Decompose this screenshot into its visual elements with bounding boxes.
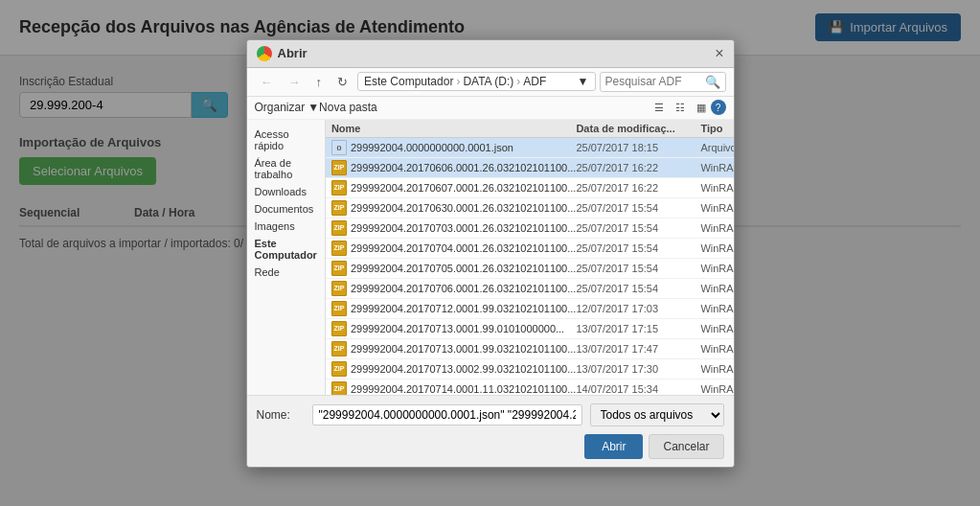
sidebar-quick-access[interactable]: Acesso rápido (251, 126, 321, 154)
file-name: ZIP299992004.20170607.0001.26.0321021011… (331, 180, 577, 196)
dialog-body: Acesso rápido Área de trabalho Downloads… (247, 120, 734, 270)
file-row[interactable]: ZIP299992004.20170705.0001.26.0321021011… (326, 259, 735, 270)
search-box: 🔍 (600, 72, 726, 92)
dialog-title-text: Abrir (278, 46, 308, 60)
forward-button[interactable]: → (283, 72, 307, 92)
organize-button[interactable]: Organizar ▼ (255, 101, 320, 114)
file-list-header: Nome Data de modificaç... Tipo Tamanho (326, 120, 735, 138)
file-type: WinRAR ZIP archive (700, 162, 734, 173)
file-date: 25/07/2017 15:54 (576, 242, 700, 254)
refresh-button[interactable]: ↻ (331, 72, 353, 92)
zip-file-icon: ZIP (331, 241, 347, 256)
breadcrumb-bar: Este Computador › DATA (D:) › ADF ▼ (357, 72, 596, 91)
new-folder-button[interactable]: Nova pasta (319, 101, 377, 114)
col-date: Data de modificaç... (576, 123, 700, 134)
help-button[interactable]: ? (711, 100, 726, 115)
file-list-body: {}299992004.0000000000.0001.json25/07/20… (326, 138, 735, 270)
file-name: ZIP299992004.20170606.0001.26.0321021011… (331, 160, 577, 175)
sidebar-images[interactable]: Imagens (251, 218, 321, 235)
file-type: Arquivo JSON (700, 142, 734, 153)
file-type: WinRAR ZIP archive (700, 242, 734, 254)
breadcrumb-computer: Este Computador (364, 75, 453, 88)
zip-file-icon: ZIP (331, 261, 347, 270)
zip-file-icon: ZIP (331, 160, 347, 175)
up-button[interactable]: ↑ (310, 72, 329, 92)
file-name: {}299992004.0000000000.0001.json (331, 140, 577, 155)
col-nome: Nome (331, 123, 577, 134)
view-details-button[interactable]: ☷ (671, 100, 690, 116)
dialog-nav-toolbar: ← → ↑ ↻ Este Computador › DATA (D:) › AD… (247, 68, 734, 97)
zip-file-icon: ZIP (331, 220, 347, 236)
search-input[interactable] (605, 75, 701, 88)
file-row[interactable]: ZIP299992004.20170606.0001.26.0321021011… (326, 158, 735, 178)
file-name: ZIP299992004.20170705.0001.26.0321021011… (331, 261, 577, 270)
breadcrumb-data: DATA (D:) (463, 75, 513, 88)
sidebar-computer[interactable]: Este Computador (251, 235, 321, 264)
sidebar-downloads[interactable]: Downloads (251, 183, 321, 200)
dialog-title-bar: Abrir × (247, 40, 734, 68)
view-buttons: ☰ ☷ ▦ (650, 100, 711, 116)
dialog-close-button[interactable]: × (715, 46, 723, 61)
breadcrumb-sep2: › (516, 75, 520, 88)
file-row[interactable]: {}299992004.0000000000.0001.json25/07/20… (326, 138, 735, 158)
file-open-dialog: Abrir × ← → ↑ ↻ Este Computador › DATA (… (246, 39, 735, 270)
dialog-title-left: Abrir (257, 46, 308, 61)
breadcrumb-sep1: › (456, 75, 460, 88)
file-type: WinRAR ZIP archive (700, 222, 734, 234)
json-file-icon: {} (331, 140, 347, 155)
breadcrumb-dropdown-icon[interactable]: ▼ (578, 75, 589, 88)
file-date: 25/07/2017 16:22 (576, 182, 700, 194)
sidebar-desktop[interactable]: Área de trabalho (251, 154, 321, 183)
file-row[interactable]: ZIP299992004.20170607.0001.26.0321021011… (326, 178, 735, 198)
file-date: 25/07/2017 15:54 (576, 263, 700, 270)
zip-file-icon: ZIP (331, 180, 347, 196)
dialog-sidebar: Acesso rápido Área de trabalho Downloads… (247, 120, 326, 270)
view-list-button[interactable]: ☰ (650, 100, 669, 116)
search-icon: 🔍 (705, 75, 720, 89)
file-row[interactable]: ZIP299992004.20170704.0001.26.0321021011… (326, 239, 735, 259)
zip-file-icon: ZIP (331, 200, 347, 216)
organize-label: Organizar (255, 101, 306, 114)
dialog-action-toolbar: Organizar ▼ Nova pasta ☰ ☷ ▦ ? (247, 97, 734, 120)
file-row[interactable]: ZIP299992004.20170630.0001.26.0321021011… (326, 198, 735, 218)
file-date: 25/07/2017 18:15 (576, 142, 700, 153)
file-name: ZIP299992004.20170630.0001.26.0321021011… (331, 200, 577, 216)
file-date: 25/07/2017 15:54 (576, 202, 700, 214)
file-type: WinRAR ZIP archive (700, 202, 734, 214)
file-row[interactable]: ZIP299992004.20170703.0001.26.0321021011… (326, 218, 735, 239)
file-name: ZIP299992004.20170704.0001.26.0321021011… (331, 241, 577, 256)
dialog-file-area: Nome Data de modificaç... Tipo Tamanho {… (326, 120, 735, 270)
file-name: ZIP299992004.20170703.0001.26.0321021011… (331, 220, 577, 236)
file-date: 25/07/2017 15:54 (576, 222, 700, 234)
col-type: Tipo (700, 123, 734, 134)
chrome-icon (257, 46, 272, 61)
breadcrumb-adf: ADF (523, 75, 546, 88)
organize-dropdown-icon: ▼ (308, 101, 319, 114)
file-date: 25/07/2017 16:22 (576, 162, 700, 173)
file-type: WinRAR ZIP archive (700, 182, 734, 194)
view-icons-button[interactable]: ▦ (692, 100, 711, 116)
sidebar-documents[interactable]: Documentos (251, 200, 321, 218)
sidebar-network[interactable]: Rede (251, 264, 321, 270)
back-button[interactable]: ← (255, 72, 279, 92)
file-type: WinRAR ZIP archive (700, 263, 734, 270)
dialog-overlay: Abrir × ← → ↑ ↻ Este Computador › DATA (… (0, 0, 980, 269)
